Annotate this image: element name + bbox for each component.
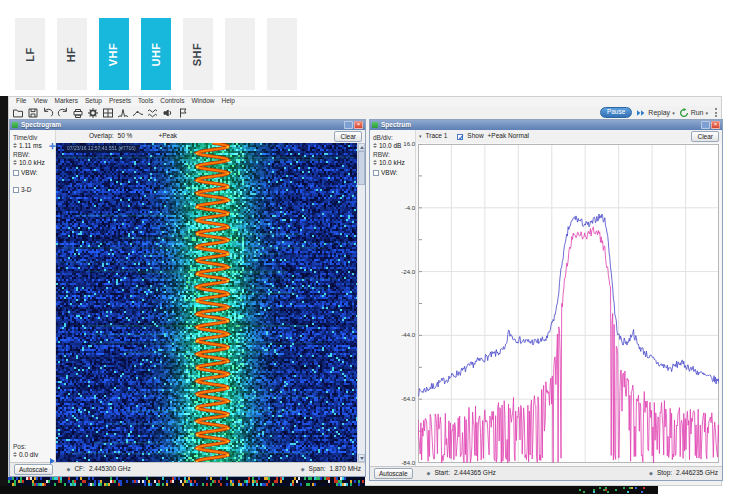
- trace-selector[interactable]: Trace 1: [426, 133, 448, 140]
- vbw-checkbox-row: VBW:: [13, 170, 55, 177]
- menu-item-view[interactable]: View: [33, 98, 47, 105]
- marker-indicator-icon: [49, 143, 56, 151]
- chevron-down-icon: [672, 109, 675, 116]
- replay-button[interactable]: Replay: [636, 109, 674, 117]
- band-tab-shf[interactable]: SHF: [183, 18, 213, 90]
- clear-button[interactable]: Clear: [334, 131, 362, 142]
- chevron-down-icon: [705, 109, 708, 116]
- spectrum-plot-area[interactable]: 16.0-4.0-24.0-44.0-64.0-84.0: [418, 144, 719, 463]
- rbw-field[interactable]: 10.0 kHz: [373, 160, 415, 167]
- band-tab-hf[interactable]: HF: [57, 18, 87, 90]
- band-tab-empty-5[interactable]: [225, 18, 255, 90]
- restore-button[interactable]: [344, 121, 353, 129]
- vbw-checkbox[interactable]: [373, 170, 379, 176]
- spectrum-title: Spectrum: [381, 122, 411, 129]
- spinner-icon[interactable]: [373, 143, 377, 148]
- menu-item-presets[interactable]: Presets: [109, 98, 131, 105]
- position-marker-icon: [50, 458, 55, 464]
- background-spectrogram-strip: [8, 477, 365, 486]
- band-tab-label: HF: [66, 46, 77, 62]
- band-tab-empty-6[interactable]: [267, 18, 297, 90]
- spinner-icon[interactable]: [373, 160, 377, 165]
- threed-checkbox[interactable]: [13, 187, 19, 193]
- close-button[interactable]: [354, 121, 363, 129]
- spectrogram-title: Spectrogram: [21, 122, 61, 129]
- y-axis-label: -24.0: [401, 269, 415, 275]
- overlap-label: Overlap:: [89, 133, 114, 140]
- cf-label: CF:: [74, 466, 84, 473]
- chevron-down-icon[interactable]: [419, 133, 422, 140]
- open-icon[interactable]: [12, 107, 24, 119]
- band-tab-label: LF: [24, 47, 35, 61]
- spectrum-plot: [418, 144, 719, 463]
- band-tab-lf[interactable]: LF: [15, 18, 45, 90]
- band-tab-vhf[interactable]: VHF: [99, 18, 129, 90]
- detector-value[interactable]: +Peak: [158, 133, 177, 140]
- menu-item-setup[interactable]: Setup: [85, 98, 102, 105]
- restore-button[interactable]: [701, 121, 710, 129]
- autoscale-button[interactable]: Autoscale: [14, 464, 53, 475]
- band-tab-uhf[interactable]: UHF: [141, 18, 171, 90]
- scroll-up-icon[interactable]: [358, 143, 365, 151]
- background-black-bar: [0, 486, 658, 494]
- save-icon[interactable]: [27, 107, 39, 119]
- spinner-icon[interactable]: [13, 160, 17, 165]
- menu-item-markers[interactable]: Markers: [54, 98, 77, 105]
- spectrogram-scrollbar[interactable]: [357, 143, 365, 462]
- scrollbar-thumb[interactable]: [358, 151, 365, 185]
- analysis-icon[interactable]: [132, 107, 144, 119]
- start-value[interactable]: 2.444365 GHz: [454, 470, 496, 477]
- span-value[interactable]: 1.870 MHz: [330, 466, 361, 473]
- spectrogram-display[interactable]: 07/23/16 12:57:43.551 (#7716): [56, 143, 357, 462]
- show-label: Show: [467, 133, 483, 140]
- spectrogram-canvas[interactable]: [56, 143, 357, 462]
- spectrogram-header: Overlap: 50 % +Peak Clear: [56, 130, 365, 143]
- undo-icon[interactable]: [42, 107, 54, 119]
- menu-item-file[interactable]: File: [16, 98, 26, 105]
- overlap-value[interactable]: 50 %: [118, 133, 133, 140]
- spectrogram-titlebar[interactable]: Spectrogram: [10, 120, 365, 130]
- overflow-menu-icon[interactable]: [715, 108, 717, 117]
- rbw-field[interactable]: 10.0 kHz: [13, 160, 55, 167]
- pause-button[interactable]: Pause: [600, 107, 632, 119]
- spinner-icon[interactable]: [13, 452, 17, 457]
- spectrogram-sidebar: Time/div 1.11 ms RBW: 10.0 kHz VBW: 3-D …: [10, 130, 56, 462]
- spinner-icon[interactable]: [13, 143, 17, 148]
- menu-item-help[interactable]: Help: [222, 98, 235, 105]
- vbw-label: VBW:: [21, 170, 38, 177]
- diamond-icon: [301, 467, 305, 472]
- cf-value[interactable]: 2.445300 GHz: [89, 466, 131, 473]
- vbw-checkbox[interactable]: [13, 170, 19, 176]
- stop-value[interactable]: 2.446235 GHz: [676, 470, 718, 477]
- stop-label: Stop:: [657, 470, 672, 477]
- y-axis-label: -4.0: [405, 205, 415, 211]
- close-button[interactable]: [711, 121, 720, 129]
- spectrogram-panel: Spectrogram Time/div 1.11 ms RBW: 10.0 k…: [9, 119, 366, 477]
- diamond-icon: [649, 471, 653, 476]
- displays-icon[interactable]: [102, 107, 114, 119]
- window-icon: [12, 122, 18, 128]
- detector-value[interactable]: +Peak Normal: [488, 133, 529, 140]
- audio-icon[interactable]: [162, 107, 174, 119]
- spectrum-titlebar[interactable]: Spectrum: [370, 120, 722, 130]
- run-button[interactable]: Run: [679, 108, 708, 118]
- menu-bar: FileViewMarkersSetupPresetsToolsControls…: [9, 97, 721, 106]
- print-icon[interactable]: [72, 107, 84, 119]
- rbw-label: RBW:: [373, 152, 415, 159]
- menu-item-window[interactable]: Window: [191, 98, 214, 105]
- pos-field[interactable]: 0.0 div: [13, 452, 55, 459]
- menu-item-controls[interactable]: Controls: [160, 98, 184, 105]
- background-bar-specks: [577, 487, 647, 493]
- clear-button[interactable]: Clear: [691, 131, 719, 142]
- redo-icon[interactable]: [57, 107, 69, 119]
- spectrum-icon[interactable]: [117, 107, 129, 119]
- markers-icon[interactable]: [177, 107, 189, 119]
- window-icon: [372, 122, 378, 128]
- rbw-label: RBW:: [13, 152, 55, 159]
- autoscale-button[interactable]: Autoscale: [374, 468, 413, 479]
- show-checkbox[interactable]: [457, 134, 463, 140]
- scroll-down-icon[interactable]: [358, 454, 365, 462]
- traces-icon[interactable]: [147, 107, 159, 119]
- menu-item-tools[interactable]: Tools: [138, 98, 153, 105]
- settings-gear-icon[interactable]: [87, 107, 99, 119]
